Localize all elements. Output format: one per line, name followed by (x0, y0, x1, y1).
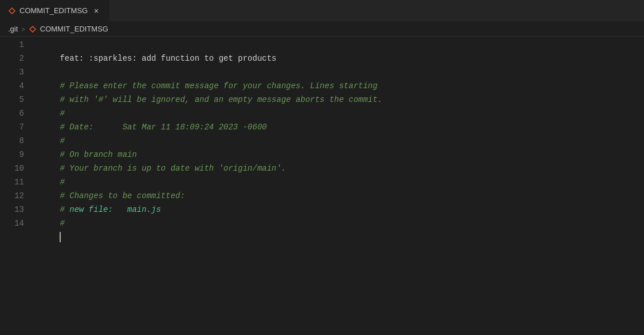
breadcrumb-part2: COMMIT_EDITMSG (40, 25, 108, 33)
line-num-12: 12 (0, 189, 24, 203)
tab-label: COMMIT_EDITMSG (19, 6, 88, 15)
code-line-1: feat: :sparkles: add function to get pro… (31, 38, 644, 52)
breadcrumb-separator1: > (21, 26, 25, 33)
line-num-13: 13 (0, 203, 24, 216)
line1-text: feat: :sparkles: add function to get pro… (60, 54, 276, 63)
line7-text: # (60, 136, 64, 145)
line-num-5: 5 (0, 93, 24, 107)
breadcrumb-part1: .git (8, 25, 18, 33)
code-line-6: # Date: Sat Mar 11 18:09:24 2023 -0600 (31, 107, 644, 120)
line-numbers: 1 2 3 4 5 6 7 8 9 10 11 12 13 14 (0, 37, 31, 335)
line-num-1: 1 (0, 38, 24, 52)
line-num-4: 4 (0, 79, 24, 93)
code-line-8: # On branch main (31, 134, 644, 148)
tab-close-button[interactable]: × (91, 6, 101, 16)
line8-text: # On branch main (60, 150, 136, 159)
line-num-7: 7 (0, 120, 24, 134)
line10-text: # (60, 178, 64, 187)
line9-text: # Your branch is up to date with 'origin… (60, 164, 286, 173)
tab-commit-editmsg[interactable]: COMMIT_EDITMSG × (0, 0, 110, 21)
git-icon (8, 7, 16, 15)
line12-hash: # (60, 205, 69, 214)
breadcrumb: .git > COMMIT_EDITMSG (0, 22, 644, 37)
line-num-3: 3 (0, 65, 24, 79)
line-num-11: 11 (0, 175, 24, 189)
line-num-6: 6 (0, 107, 24, 120)
line-num-2: 2 (0, 52, 24, 65)
text-cursor (60, 232, 61, 242)
editor-area: 1 2 3 4 5 6 7 8 9 10 11 12 13 14 feat: :… (0, 37, 644, 335)
line12-green: new file: main.js (69, 205, 161, 214)
code-line-14 (31, 216, 644, 230)
code-line-3: # Please enter the commit message for yo… (31, 65, 644, 79)
line11-text: # Changes to be committed: (60, 191, 184, 200)
breadcrumb-git-icon (29, 25, 37, 33)
line-num-8: 8 (0, 134, 24, 148)
line-num-9: 9 (0, 148, 24, 161)
line-num-10: 10 (0, 161, 24, 175)
line-num-14: 14 (0, 216, 24, 230)
code-line-11: # Changes to be committed: (31, 175, 644, 189)
line3-text: # Please enter the commit message for yo… (60, 81, 378, 90)
line6-text: # Date: Sat Mar 11 18:09:24 2023 -0600 (60, 123, 266, 132)
tab-bar: COMMIT_EDITMSG × (0, 0, 644, 22)
line5-text: # (60, 109, 64, 118)
code-content[interactable]: feat: :sparkles: add function to get pro… (31, 37, 644, 335)
line4-text: # with '#' will be ignored, and an empty… (60, 95, 382, 104)
